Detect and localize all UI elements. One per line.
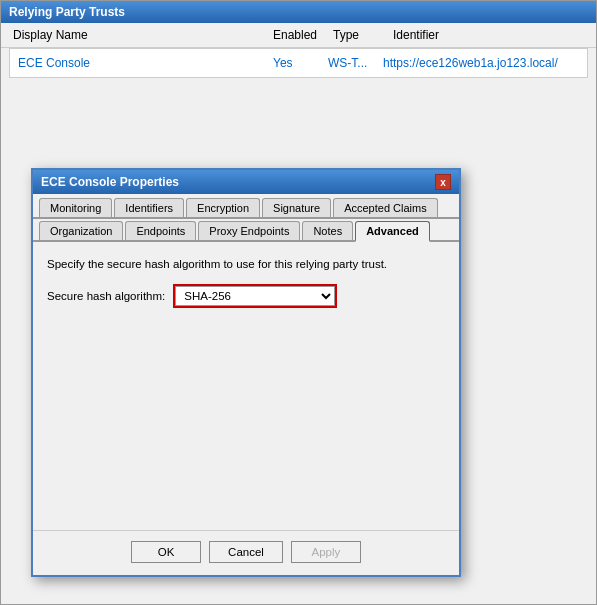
content-area: ECE Console Properties x Monitoring Iden… <box>1 78 596 604</box>
row-name: ECE Console <box>14 56 269 70</box>
dialog-overlay: ECE Console Properties x Monitoring Iden… <box>31 168 461 577</box>
list-area: ECE Console Yes WS-T... https://ece126we… <box>9 48 588 78</box>
tab-notes[interactable]: Notes <box>302 221 353 240</box>
col-header-type: Type <box>329 26 389 44</box>
main-window: Relying Party Trusts Display Name Enable… <box>0 0 597 605</box>
col-header-identifier: Identifier <box>389 26 588 44</box>
main-title: Relying Party Trusts <box>9 5 125 19</box>
apply-button[interactable]: Apply <box>291 541 361 563</box>
row-enabled: Yes <box>269 56 324 70</box>
cancel-button[interactable]: Cancel <box>209 541 283 563</box>
column-headers: Display Name Enabled Type Identifier <box>1 23 596 48</box>
dialog-content: Specify the secure hash algorithm to use… <box>33 242 459 530</box>
dialog-title: ECE Console Properties <box>41 175 179 189</box>
dialog-buttons: OK Cancel Apply <box>33 530 459 575</box>
tab-accepted-claims[interactable]: Accepted Claims <box>333 198 438 217</box>
tab-encryption[interactable]: Encryption <box>186 198 260 217</box>
row-identifier: https://ece126web1a.jo123.local/ <box>379 56 583 70</box>
description-text: Specify the secure hash algorithm to use… <box>47 258 445 270</box>
col-header-name: Display Name <box>9 26 269 44</box>
col-header-enabled: Enabled <box>269 26 329 44</box>
table-row[interactable]: ECE Console Yes WS-T... https://ece126we… <box>10 53 587 73</box>
row-type: WS-T... <box>324 56 379 70</box>
dialog-close-button[interactable]: x <box>435 174 451 190</box>
tab-proxy-endpoints[interactable]: Proxy Endpoints <box>198 221 300 240</box>
tabs-row-1: Monitoring Identifiers Encryption Signat… <box>33 194 459 219</box>
title-bar: Relying Party Trusts <box>1 1 596 23</box>
field-row-secure-hash: Secure hash algorithm: SHA-256 SHA-1 SHA… <box>47 284 445 308</box>
tab-advanced[interactable]: Advanced <box>355 221 430 242</box>
content-spacer <box>47 318 445 518</box>
field-label-secure-hash: Secure hash algorithm: <box>47 290 165 302</box>
tab-endpoints[interactable]: Endpoints <box>125 221 196 240</box>
tab-signature[interactable]: Signature <box>262 198 331 217</box>
ok-button[interactable]: OK <box>131 541 201 563</box>
tab-organization[interactable]: Organization <box>39 221 123 240</box>
dialog-title-bar: ECE Console Properties x <box>33 170 459 194</box>
tabs-row-2: Organization Endpoints Proxy Endpoints N… <box>33 219 459 242</box>
secure-hash-algorithm-select[interactable]: SHA-256 SHA-1 SHA-512 <box>175 286 335 306</box>
select-highlight-border: SHA-256 SHA-1 SHA-512 <box>173 284 337 308</box>
tab-identifiers[interactable]: Identifiers <box>114 198 184 217</box>
tab-monitoring[interactable]: Monitoring <box>39 198 112 217</box>
